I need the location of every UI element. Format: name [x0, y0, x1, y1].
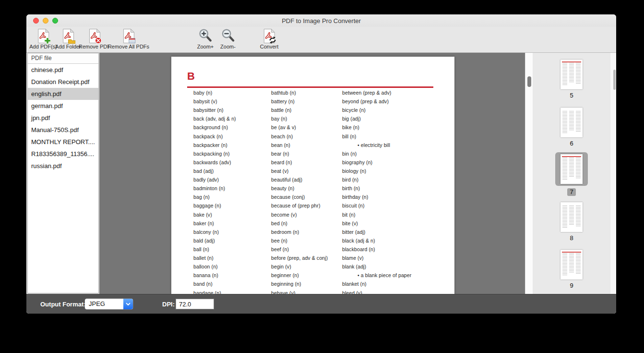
- word-entry: because (conj): [271, 194, 328, 203]
- remove-all-pdfs-icon: [121, 28, 136, 44]
- file-item[interactable]: Manual-750S.pdf: [28, 124, 98, 136]
- thumbnail-page-image[interactable]: [561, 202, 583, 232]
- thumbnail-page-image[interactable]: [561, 60, 583, 89]
- word-entry: baggage (n): [193, 203, 236, 211]
- file-item[interactable]: R183356389_11356....: [28, 148, 98, 160]
- file-item[interactable]: chinese.pdf: [28, 64, 98, 76]
- word-entry: backwards (adv): [193, 159, 236, 168]
- word-entry: birthday (n): [342, 194, 411, 203]
- remove-pdf-icon: [87, 28, 102, 44]
- file-item[interactable]: Donation Receipt.pdf: [28, 76, 98, 88]
- page-thumbnail[interactable]: 5: [533, 60, 610, 99]
- word-entry: beginning (n): [271, 281, 328, 290]
- page-thumbnail[interactable]: 6: [533, 108, 610, 147]
- file-item[interactable]: MONTHLY REPORT....: [28, 136, 98, 148]
- toolbar: Add PDF(s)Add FolderRemove PDFRemove All…: [26, 27, 616, 53]
- thumbnail-page-image[interactable]: [561, 108, 583, 137]
- app-window: PDF to Image Pro Converter Add PDF(s)Add…: [26, 14, 616, 314]
- window-title: PDF to Image Pro Converter: [26, 17, 616, 24]
- word-entry: band (n): [193, 281, 236, 290]
- word-entry: because of (prep phr): [271, 203, 328, 211]
- add-pdf-icon: [36, 28, 50, 44]
- remove-pdf-button[interactable]: Remove PDF: [79, 28, 110, 49]
- word-entry: beard (n): [271, 159, 328, 168]
- page-thumbnail[interactable]: 9: [533, 250, 610, 290]
- page-number-label: 7: [567, 188, 575, 196]
- output-format-value: JPEG: [89, 299, 105, 309]
- dpi-input[interactable]: [176, 299, 214, 309]
- file-item[interactable]: english.pdf: [28, 88, 98, 100]
- page-thumbnail[interactable]: 8: [533, 202, 610, 242]
- thumbnail-page-image[interactable]: [561, 250, 583, 280]
- word-entry: blackboard (n): [342, 246, 411, 255]
- word-entry: background (n): [193, 124, 236, 133]
- word-entry: backpacker (n): [193, 142, 236, 151]
- add-pdf-s-button[interactable]: Add PDF(s): [29, 28, 57, 49]
- word-entry: back (adv, adj & n): [193, 116, 236, 124]
- thumbnail-page[interactable]: [561, 60, 583, 89]
- word-entry: backpacking (n): [193, 151, 236, 159]
- word-entry: begin (v): [271, 264, 328, 272]
- thumbnail-panel: 56789: [533, 53, 610, 294]
- word-entry: bandage (n): [193, 290, 236, 294]
- output-format-select[interactable]: JPEG: [85, 299, 133, 309]
- word-entry: banana (n): [193, 272, 236, 281]
- word-entry: balloon (n): [193, 264, 236, 272]
- thumbnail-page[interactable]: [561, 250, 583, 280]
- preview-area[interactable]: B baby (n)babysit (v)babysitter (n)back …: [99, 53, 525, 294]
- convert-button[interactable]: Convert: [260, 28, 279, 49]
- word-entry: beauty (n): [271, 185, 328, 194]
- word-entry: blame (v): [342, 255, 411, 264]
- toolbar-button-label: Remove All PDFs: [108, 44, 149, 49]
- toolbar-button-label: Zoom+: [197, 44, 214, 49]
- preview-scrollbar-thumb[interactable]: [527, 76, 531, 87]
- bottom-bar: Output Format: JPEG DPI:: [26, 294, 616, 314]
- add-folder-icon: [61, 28, 75, 44]
- word-entry: be (av & v): [271, 124, 328, 133]
- pdf-page-preview: B baby (n)babysit (v)babysitter (n)back …: [171, 57, 454, 294]
- word-column-2: bathtub (n)battery (n)battle (n)bay (n)b…: [271, 90, 328, 294]
- word-entry: beginner (n): [271, 272, 328, 281]
- word-entry: bike (n): [342, 124, 411, 133]
- word-entry: beef (n): [271, 246, 328, 255]
- file-item[interactable]: jpn.pdf: [28, 112, 98, 124]
- word-entry: beach (n): [271, 134, 328, 142]
- thumbnail-scrollbar[interactable]: [610, 53, 616, 294]
- zoom-button[interactable]: Zoom-: [220, 28, 236, 49]
- word-entry: become (v): [271, 212, 328, 220]
- word-entry: bicycle (n): [342, 107, 411, 116]
- pdf-file-column-header[interactable]: PDF file: [28, 53, 98, 64]
- toolbar-button-label: Add PDF(s): [29, 44, 57, 49]
- word-entry: • electricity bill: [342, 142, 411, 151]
- convert-icon: [262, 28, 276, 44]
- page-thumbnail[interactable]: 7: [533, 152, 610, 196]
- thumbnail-scrollbar-thumb[interactable]: [613, 70, 616, 90]
- word-entry: baker (n): [193, 220, 236, 229]
- word-entry: biology (n): [342, 168, 411, 177]
- word-entry: behave (v): [271, 290, 328, 294]
- word-entry: balcony (n): [193, 229, 236, 238]
- thumbnail-page-image[interactable]: [555, 152, 588, 186]
- word-entry: black (adj & n): [342, 238, 411, 246]
- preview-scrollbar[interactable]: [525, 53, 533, 294]
- file-item[interactable]: russian.pdf: [28, 160, 98, 172]
- word-entry: babysit (v): [193, 98, 236, 107]
- thumbnail-page[interactable]: [561, 108, 583, 137]
- zoom-button[interactable]: Zoom+: [197, 28, 214, 49]
- thumbnail-page[interactable]: [561, 154, 583, 184]
- word-entry: bedroom (n): [271, 229, 328, 238]
- word-entry: babysitter (n): [193, 107, 236, 116]
- file-item[interactable]: german.pdf: [28, 100, 98, 112]
- word-entry: biography (n): [342, 159, 411, 168]
- toolbar-button-label: Zoom-: [220, 44, 236, 49]
- pdf-file-list: chinese.pdfDonation Receipt.pdfenglish.p…: [28, 64, 98, 172]
- title-bar[interactable]: PDF to Image Pro Converter: [26, 14, 616, 27]
- thumbnail-page[interactable]: [561, 202, 583, 232]
- word-entry: birth (n): [342, 185, 411, 194]
- word-entry: bear (n): [271, 151, 328, 159]
- toolbar-button-label: Remove PDF: [79, 44, 110, 49]
- heading-rule: [187, 86, 433, 88]
- add-folder-button[interactable]: Add Folder: [55, 28, 81, 49]
- word-entry: beat (v): [271, 168, 328, 177]
- remove-all-pdfs-button[interactable]: Remove All PDFs: [108, 28, 149, 49]
